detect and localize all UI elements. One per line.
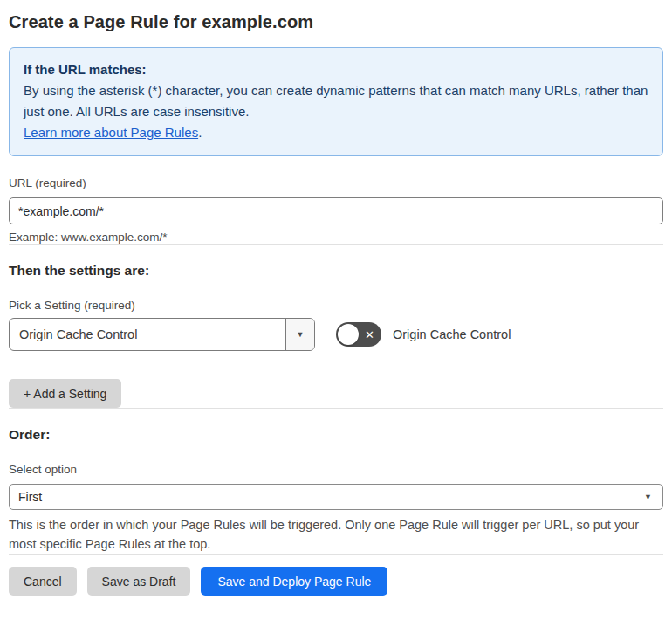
settings-section-heading: Then the settings are: bbox=[9, 263, 663, 279]
url-match-info-box: If the URL matches: By using the asteris… bbox=[9, 47, 663, 156]
add-setting-button[interactable]: + Add a Setting bbox=[9, 379, 121, 408]
cancel-button[interactable]: Cancel bbox=[9, 567, 77, 596]
save-and-deploy-button[interactable]: Save and Deploy Page Rule bbox=[201, 567, 387, 596]
url-input[interactable] bbox=[9, 197, 663, 224]
chevron-down-icon: ▼ bbox=[644, 493, 652, 501]
pick-setting-label: Pick a Setting (required) bbox=[9, 299, 663, 312]
setting-select-value: Origin Cache Control bbox=[10, 319, 285, 350]
order-select[interactable]: First ▼ bbox=[9, 484, 663, 510]
action-button-row: Cancel Save as Draft Save and Deploy Pag… bbox=[9, 567, 663, 596]
link-period: . bbox=[198, 125, 202, 140]
save-as-draft-button[interactable]: Save as Draft bbox=[87, 567, 191, 596]
toggle-off-x-icon: ✕ bbox=[365, 329, 374, 341]
learn-more-link[interactable]: Learn more about Page Rules bbox=[24, 125, 198, 140]
page-title: Create a Page Rule for example.com bbox=[9, 12, 663, 32]
setting-row: Origin Cache Control ▼ ✕ Origin Cache Co… bbox=[9, 318, 663, 351]
url-example-helper: Example: www.example.com/* bbox=[9, 231, 663, 244]
toggle-knob bbox=[338, 324, 359, 345]
divider bbox=[9, 408, 663, 409]
setting-select[interactable]: Origin Cache Control ▼ bbox=[9, 318, 315, 351]
info-box-link-line: Learn more about Page Rules. bbox=[24, 122, 648, 143]
chevron-down-icon: ▼ bbox=[297, 330, 305, 339]
url-field-label: URL (required) bbox=[9, 176, 663, 189]
divider bbox=[9, 244, 663, 245]
toggle-label: Origin Cache Control bbox=[393, 327, 511, 341]
divider bbox=[9, 554, 663, 555]
order-select-value: First bbox=[18, 490, 644, 504]
origin-cache-control-toggle[interactable]: ✕ bbox=[336, 322, 381, 347]
order-helper-text: This is the order in which your Page Rul… bbox=[9, 515, 658, 554]
info-box-heading: If the URL matches: bbox=[24, 59, 648, 80]
info-box-body: By using the asterisk (*) character, you… bbox=[24, 80, 648, 122]
order-section-heading: Order: bbox=[9, 427, 663, 443]
order-select-label: Select option bbox=[9, 463, 663, 476]
setting-select-arrow-segment[interactable]: ▼ bbox=[285, 319, 314, 350]
